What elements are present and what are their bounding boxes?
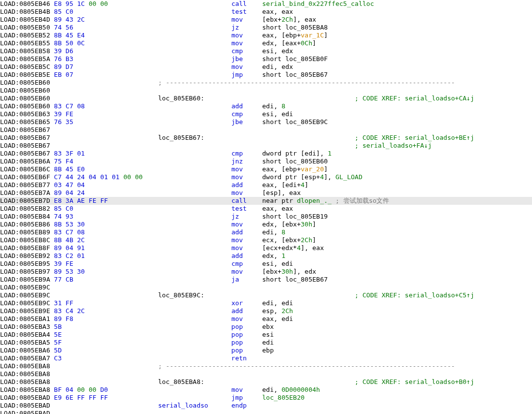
disassembly-line[interactable]: LOAD:0805EB67 ; serial_loadso+FA↓j — [0, 142, 532, 150]
disassembly-line[interactable]: LOAD:0805EB5C 89 D7 mov edi, edx — [0, 63, 532, 71]
disassembly-line[interactable]: LOAD:0805EBA8 ; ------------------------… — [0, 362, 532, 370]
disassembly-line[interactable]: LOAD:0805EB9C 31 FF xor edi, edi — [0, 299, 532, 307]
disassembly-line[interactable]: LOAD:0805EBA8 — [0, 370, 532, 378]
disassembly-line[interactable]: LOAD:0805EB60 ; ------------------------… — [0, 79, 532, 87]
disassembly-line[interactable]: LOAD:0805EB46 E8 95 1C 00 00 call serial… — [0, 0, 532, 8]
disassembly-line[interactable]: LOAD:0805EB67 — [0, 126, 532, 134]
disassembly-line[interactable]: LOAD:0805EBA6 5D pop ebp — [0, 347, 532, 354]
disassembly-line[interactable]: LOAD:0805EB67 83 3F 01 cmp dword ptr [ed… — [0, 150, 532, 158]
disassembly-line[interactable]: LOAD:0805EB60 83 C7 08 add edi, 8 — [0, 102, 532, 110]
disassembly-line[interactable]: LOAD:0805EB6C 8B 45 E0 mov eax, [ebp+var… — [0, 165, 532, 173]
disassembly-line[interactable]: LOAD:0805EB89 83 C7 08 add edi, 8 — [0, 228, 532, 236]
disassembly-view[interactable]: LOAD:0805EB46 E8 95 1C 00 00 call serial… — [0, 0, 532, 414]
disassembly-line[interactable]: LOAD:0805EBA5 5F pop edi — [0, 339, 532, 347]
disassembly-line[interactable]: LOAD:0805EB77 03 47 04 add eax, [edi+4] — [0, 181, 532, 189]
disassembly-line[interactable]: LOAD:0805EBA1 89 F8 mov eax, edi — [0, 315, 532, 323]
disassembly-line[interactable]: LOAD:0805EB97 89 53 30 mov [ebx+30h], ed… — [0, 268, 532, 276]
disassembly-line[interactable]: LOAD:0805EB55 8B 50 0C mov edx, [eax+0Ch… — [0, 39, 532, 47]
disassembly-line[interactable]: LOAD:0805EBA8 loc_805EBA8: ; CODE XREF: … — [0, 378, 532, 386]
disassembly-line[interactable]: LOAD:0805EBAD E9 6E FF FF FF jmp loc_805… — [0, 394, 532, 402]
disassembly-line[interactable]: LOAD:0805EB4B 85 C0 test eax, eax — [0, 8, 532, 16]
disassembly-line[interactable]: LOAD:0805EB52 8B 45 E4 mov eax, [ebp+var… — [0, 32, 532, 39]
disassembly-line[interactable]: LOAD:0805EB84 74 93 jz short loc_805EB19 — [0, 213, 532, 221]
disassembly-line[interactable]: LOAD:0805EB5E EB 07 jmp short loc_805EB6… — [0, 71, 532, 79]
disassembly-line[interactable]: LOAD:0805EB6F C7 44 24 04 01 01 00 00 mo… — [0, 173, 532, 181]
disassembly-line[interactable]: LOAD:0805EB7A 89 04 24 mov [esp], eax — [0, 189, 532, 197]
disassembly-line[interactable]: LOAD:0805EB92 83 C2 01 add edx, 1 — [0, 252, 532, 260]
disassembly-line[interactable]: LOAD:0805EB9C loc_805EB9C: ; CODE XREF: … — [0, 291, 532, 299]
disassembly-line[interactable]: LOAD:0805EB60 loc_805EB60: ; CODE XREF: … — [0, 95, 532, 102]
disassembly-line[interactable]: LOAD:0805EB50 74 56 jz short loc_805EBA8 — [0, 24, 532, 32]
disassembly-line[interactable]: LOAD:0805EB5A 76 B3 jbe short loc_805EB0… — [0, 55, 532, 63]
disassembly-line[interactable]: LOAD:0805EB95 39 FE cmp esi, edi — [0, 260, 532, 268]
disassembly-line[interactable]: LOAD:0805EB9A 77 CB ja short loc_805EB67 — [0, 276, 532, 284]
disassembly-line[interactable]: LOAD:0805EB82 85 C0 test eax, eax — [0, 205, 532, 213]
disassembly-line[interactable]: LOAD:0805EB67 loc_805EB67: ; CODE XREF: … — [0, 134, 532, 142]
disassembly-line[interactable]: LOAD:0805EBA8 BF 04 00 00 D0 mov edi, 0D… — [0, 386, 532, 394]
disassembly-line[interactable]: LOAD:0805EB8F 89 04 91 mov [ecx+edx*4], … — [0, 244, 532, 252]
disassembly-line[interactable]: LOAD:0805EB7D E8 3A AE FE FF call near p… — [0, 197, 532, 205]
disassembly-line[interactable]: LOAD:0805EB60 — [0, 87, 532, 95]
disassembly-line[interactable]: LOAD:0805EB9C — [0, 284, 532, 291]
disassembly-line[interactable]: LOAD:0805EBA3 5B pop ebx — [0, 323, 532, 331]
disassembly-line[interactable]: LOAD:0805EBA4 5E pop esi — [0, 331, 532, 339]
disassembly-line[interactable]: LOAD:0805EB9E 83 C4 2C add esp, 2Ch — [0, 307, 532, 315]
disassembly-line[interactable]: LOAD:0805EB6A 75 F4 jnz short loc_805EB6… — [0, 158, 532, 165]
disassembly-line[interactable]: LOAD:0805EB65 76 35 jbe short loc_805EB9… — [0, 118, 532, 126]
disassembly-line[interactable]: LOAD:0805EBA7 C3 retn — [0, 354, 532, 362]
disassembly-line[interactable]: LOAD:0805EB8C 8B 4B 2C mov ecx, [ebx+2Ch… — [0, 236, 532, 244]
disassembly-line[interactable]: LOAD:0805EB86 8B 53 30 mov edx, [ebx+30h… — [0, 221, 532, 228]
disassembly-line[interactable]: LOAD:0805EB58 39 D6 cmp esi, edx — [0, 47, 532, 55]
disassembly-line[interactable]: LOAD:0805EBAD serial_loadso endp — [0, 402, 532, 410]
disassembly-line[interactable]: LOAD:0805EB63 39 FE cmp esi, edi — [0, 110, 532, 118]
disassembly-line[interactable]: LOAD:0805EB4D 89 43 2C mov [ebx+2Ch], ea… — [0, 16, 532, 24]
disassembly-line[interactable]: LOAD:0805EBAD — [0, 410, 532, 414]
